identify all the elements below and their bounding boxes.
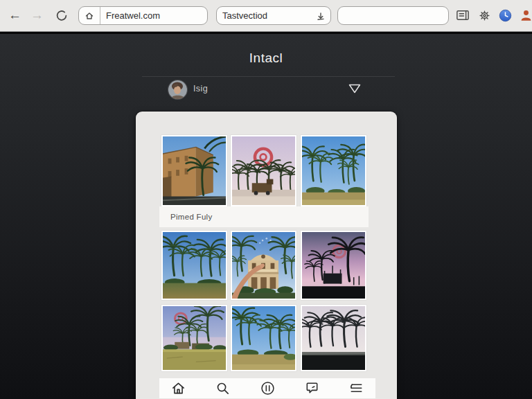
search-input[interactable]: [217, 10, 311, 21]
grid-photo[interactable]: [161, 305, 227, 371]
extensions-gear-icon[interactable]: [477, 8, 493, 24]
avatar[interactable]: [168, 80, 187, 99]
header-divider: [142, 76, 395, 77]
back-icon[interactable]: ←: [8, 9, 21, 21]
address-bar[interactable]: [78, 6, 208, 25]
menu-icon[interactable]: [348, 380, 364, 396]
grid-photo[interactable]: [231, 135, 296, 206]
download-icon[interactable]: [311, 11, 330, 21]
grid-photo[interactable]: [161, 135, 227, 206]
dropdown-triangle-icon[interactable]: [348, 84, 361, 94]
home-icon[interactable]: [170, 380, 186, 396]
feed-card: Pimed Fuly: [136, 112, 397, 399]
reading-list-icon[interactable]: [455, 8, 471, 24]
grid-photo[interactable]: [301, 231, 366, 300]
site-home-icon: [79, 7, 100, 24]
search-bar[interactable]: [216, 6, 331, 25]
messages-icon[interactable]: [304, 380, 320, 396]
bottom-nav-bar: [159, 378, 375, 398]
grid-photo[interactable]: [301, 305, 366, 371]
reels-icon[interactable]: [260, 380, 276, 396]
search-icon[interactable]: [215, 380, 231, 396]
grid-photo[interactable]: [161, 231, 227, 300]
grid-photo[interactable]: [231, 305, 296, 371]
browser-logo-icon[interactable]: [497, 8, 513, 26]
caption-strip: Pimed Fuly: [159, 206, 369, 227]
reload-icon[interactable]: [54, 9, 67, 22]
page-title: Intacl: [0, 51, 532, 66]
profile-icon[interactable]: [518, 8, 532, 26]
grid-photo[interactable]: [301, 135, 366, 206]
secondary-address-bar[interactable]: [337, 6, 449, 25]
forward-icon[interactable]: →: [30, 9, 44, 21]
grid-photo[interactable]: [231, 231, 296, 300]
url-input[interactable]: [100, 10, 207, 21]
secondary-input[interactable]: [338, 10, 448, 21]
browser-toolbar: ← →: [0, 0, 532, 32]
page-background: Intacl Isig: [0, 32, 532, 399]
username-label[interactable]: Isig: [193, 84, 208, 94]
caption-text: Pimed Fuly: [170, 213, 213, 221]
